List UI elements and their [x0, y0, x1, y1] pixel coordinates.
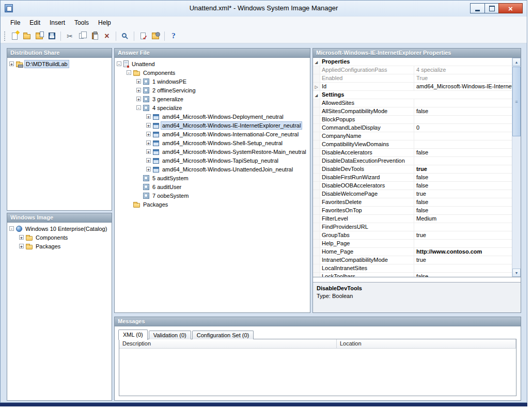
- expander-icon[interactable]: [136, 88, 141, 92]
- property-row[interactable]: Id amd64_Microsoft-Windows-IE-InternetEx: [313, 83, 512, 91]
- property-row[interactable]: DisableAccelerators false: [313, 149, 512, 157]
- property-row[interactable]: CompanyName: [313, 132, 512, 140]
- expander-icon[interactable]: [146, 167, 151, 171]
- toolbar-button[interactable]: [21, 30, 33, 42]
- toolbar-button[interactable]: [101, 30, 113, 42]
- property-row[interactable]: LockToolbars false: [313, 273, 512, 277]
- pass-icon: [143, 184, 149, 190]
- expander-icon[interactable]: [127, 70, 131, 75]
- property-row[interactable]: AllowedSites: [313, 99, 512, 107]
- tab-validation[interactable]: Validation (0): [149, 331, 191, 339]
- menu-insert[interactable]: Insert: [45, 18, 70, 28]
- property-row[interactable]: IntranetCompatibilityMode true: [313, 256, 512, 264]
- tree-node[interactable]: Packages: [7, 242, 112, 250]
- property-row[interactable]: DisableFirstRunWizard false: [313, 174, 512, 182]
- property-row[interactable]: AppliedConfigurationPass 4 specialize: [313, 66, 512, 74]
- property-row[interactable]: Enabled True: [313, 74, 512, 83]
- expander-icon[interactable]: [136, 97, 141, 101]
- minimize-button[interactable]: [470, 3, 485, 13]
- expander-icon[interactable]: [117, 61, 121, 66]
- tree-node[interactable]: 4 specialize: [115, 103, 310, 112]
- tree-node[interactable]: Components: [7, 233, 112, 242]
- property-row[interactable]: BlockPopups: [313, 116, 512, 124]
- tree-node[interactable]: amd64_Microsoft-Windows-International-Co…: [115, 130, 310, 138]
- property-row[interactable]: FavoritesDelete false: [313, 198, 512, 207]
- property-row[interactable]: CompatibilityViewDomains: [313, 140, 512, 149]
- tree-node[interactable]: amd64_Microsoft-Windows-Shell-Setup_neut…: [115, 138, 310, 147]
- tree-node[interactable]: amd64_Microsoft-Windows-Deployment_neutr…: [115, 112, 310, 121]
- tree-node[interactable]: 7 oobeSystem: [115, 191, 310, 200]
- property-row[interactable]: CommandLabelDisplay 0: [313, 124, 512, 132]
- close-button[interactable]: [498, 3, 523, 13]
- expander-icon[interactable]: [146, 123, 151, 128]
- expander-icon[interactable]: [19, 235, 24, 240]
- expander-icon[interactable]: [146, 132, 151, 136]
- toolbar-button[interactable]: [46, 30, 57, 42]
- property-row[interactable]: LocalIntranetSites: [313, 264, 512, 273]
- property-grid-scrollbar[interactable]: ▲ ▼: [512, 58, 521, 277]
- menu-help[interactable]: Help: [93, 18, 116, 28]
- property-row[interactable]: DisableOOBAccelerators false: [313, 182, 512, 190]
- expander-icon[interactable]: [146, 140, 151, 145]
- toolbar-button[interactable]: [150, 30, 161, 42]
- toolbar-button[interactable]: [34, 30, 45, 42]
- tree-node[interactable]: 5 auditSystem: [115, 174, 310, 182]
- title-bar[interactable]: Unattend.xml* - Windows System Image Man…: [1, 1, 527, 16]
- property-row[interactable]: DisableDataExecutionPrevention: [313, 157, 512, 165]
- menu-file[interactable]: File: [6, 18, 25, 28]
- toolbar-button[interactable]: [168, 30, 179, 42]
- property-row[interactable]: AllSitesCompatibilityMode false: [313, 107, 512, 116]
- tree-node[interactable]: 1 windowsPE: [115, 77, 310, 86]
- expander-icon[interactable]: [136, 79, 141, 84]
- column-header[interactable]: Description: [119, 339, 337, 348]
- property-row[interactable]: DisableWelcomePage true: [313, 190, 512, 198]
- property-row[interactable]: FindProvidersURL: [313, 223, 512, 231]
- expander-icon[interactable]: [19, 244, 24, 248]
- toolbar-button[interactable]: [89, 30, 100, 42]
- property-row[interactable]: FilterLevel Medium: [313, 215, 512, 223]
- tree-node[interactable]: 2 offlineServicing: [115, 86, 310, 95]
- expander-icon[interactable]: [146, 114, 151, 119]
- toolbar-button[interactable]: [137, 30, 149, 42]
- tree-node[interactable]: 3 generalize: [115, 95, 310, 103]
- property-row[interactable]: DisableDevTools true: [313, 165, 512, 174]
- property-row[interactable]: FavoritesOnTop false: [313, 207, 512, 215]
- toolbar-button[interactable]: [119, 30, 131, 42]
- tree-node[interactable]: amd64_Microsoft-Windows-IE-InternetExplo…: [115, 121, 310, 130]
- toolbar-button[interactable]: [9, 30, 20, 42]
- property-row[interactable]: Settings: [313, 91, 512, 99]
- tree-node[interactable]: Windows 10 Enterprise(Catalog): [7, 224, 112, 233]
- toolbar-grip[interactable]: [4, 32, 6, 41]
- property-row[interactable]: Home_Page http://www.contoso.com: [313, 248, 512, 256]
- scroll-down-icon[interactable]: ▼: [512, 269, 521, 277]
- toolbar-button[interactable]: [64, 30, 75, 42]
- expander-icon[interactable]: [146, 149, 151, 154]
- tree-node[interactable]: amd64_Microsoft-Windows-SystemRestore-Ma…: [115, 147, 310, 156]
- pass-icon: [143, 87, 149, 93]
- tab-xml[interactable]: XML (0): [118, 329, 148, 340]
- expander-icon[interactable]: [9, 226, 14, 231]
- scroll-up-icon[interactable]: ▲: [512, 58, 521, 66]
- tree-node[interactable]: amd64_Microsoft-Windows-UnattendedJoin_n…: [115, 165, 310, 174]
- maximize-button[interactable]: [484, 3, 499, 13]
- tree-node[interactable]: Packages: [115, 200, 310, 209]
- tree-node[interactable]: 6 auditUser: [115, 182, 310, 191]
- menu-edit[interactable]: Edit: [25, 18, 45, 28]
- scrollbar-thumb[interactable]: [512, 67, 521, 136]
- property-row[interactable]: Properties: [313, 58, 512, 66]
- tree-node[interactable]: Unattend: [115, 59, 310, 68]
- expander-icon[interactable]: [146, 158, 151, 163]
- column-header[interactable]: Location: [337, 339, 516, 348]
- tree-node[interactable]: Components: [115, 68, 310, 77]
- toolbar-button[interactable]: [76, 30, 88, 42]
- description-splitter[interactable]: [313, 278, 521, 282]
- tree-node[interactable]: amd64_Microsoft-Windows-TapiSetup_neutra…: [115, 156, 310, 165]
- property-description: DisableDevTools Type: Boolean: [313, 282, 521, 312]
- expander-icon[interactable]: [9, 61, 14, 66]
- property-row[interactable]: Help_Page: [313, 240, 512, 248]
- tree-node[interactable]: D:\MDTBuildLab: [7, 59, 112, 68]
- menu-tools[interactable]: Tools: [70, 18, 93, 28]
- tab-configuration-set[interactable]: Configuration Set (0): [192, 331, 254, 339]
- expander-icon[interactable]: [136, 105, 141, 110]
- property-row[interactable]: GroupTabs true: [313, 231, 512, 240]
